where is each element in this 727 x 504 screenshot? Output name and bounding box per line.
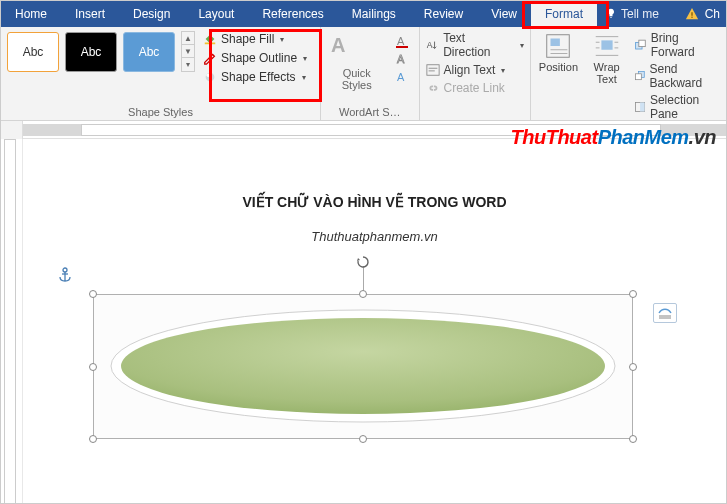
- group-shape-styles: Abc Abc Abc ▲ ▼ ▾ Shape Fill▾ Shape Outl…: [1, 27, 321, 120]
- text-fill-button[interactable]: A: [393, 33, 413, 49]
- text-effects-icon: A: [395, 70, 411, 84]
- svg-rect-15: [551, 39, 560, 47]
- tell-me-label: Tell me: [621, 7, 659, 21]
- svg-text:A: A: [397, 53, 405, 65]
- send-backward-button[interactable]: Send Backward: [634, 62, 720, 90]
- gallery-scroll-up[interactable]: ▲: [182, 32, 194, 45]
- shape-style-thumb-1[interactable]: Abc: [7, 32, 59, 72]
- shape-effects-button[interactable]: Shape Effects▾: [201, 69, 309, 85]
- position-button[interactable]: Position: [537, 31, 579, 73]
- create-link-button: Create Link: [426, 81, 525, 95]
- gallery-more[interactable]: ▾: [182, 58, 194, 71]
- document-title[interactable]: VIẾT CHỮ VÀO HÌNH VẼ TRONG WORD: [23, 194, 726, 210]
- svg-rect-7: [396, 46, 408, 48]
- text-direction-icon: A: [426, 38, 440, 52]
- resize-handle-tl[interactable]: [89, 290, 97, 298]
- bring-forward-button[interactable]: Bring Forward: [634, 31, 720, 59]
- svg-rect-1: [691, 17, 692, 18]
- svg-rect-28: [635, 74, 641, 80]
- bucket-icon: [203, 32, 217, 46]
- tab-format[interactable]: Format: [531, 1, 597, 27]
- svg-rect-26: [639, 40, 645, 46]
- selection-pane-button[interactable]: Selection Pane: [634, 93, 720, 121]
- text-fill-icon: A: [395, 34, 411, 48]
- gallery-scroll-down[interactable]: ▼: [182, 45, 194, 58]
- vertical-ruler[interactable]: [1, 139, 23, 503]
- shape-fill-button[interactable]: Shape Fill▾: [201, 31, 309, 47]
- resize-handle-tr[interactable]: [629, 290, 637, 298]
- resize-handle-mr[interactable]: [629, 363, 637, 371]
- shape-style-thumb-3[interactable]: Abc: [123, 32, 175, 72]
- resize-handle-bm[interactable]: [359, 435, 367, 443]
- tab-mailings[interactable]: Mailings: [338, 1, 410, 27]
- shape-options: Shape Fill▾ Shape Outline▾ Shape Effects…: [201, 31, 309, 85]
- shape-style-gallery[interactable]: Abc Abc Abc ▲ ▼ ▾: [7, 31, 195, 72]
- lightbulb-icon: [605, 8, 617, 20]
- link-icon: [426, 81, 440, 95]
- group-text: A Text Direction▾ Align Text▾ Create Lin…: [420, 27, 532, 120]
- svg-rect-0: [691, 12, 692, 16]
- resize-handle-bl[interactable]: [89, 435, 97, 443]
- svg-text:A: A: [426, 40, 432, 50]
- shape-style-thumb-2[interactable]: Abc: [65, 32, 117, 72]
- title-right: Ch: [685, 1, 720, 27]
- tell-me-search[interactable]: Tell me: [597, 1, 667, 27]
- svg-text:A: A: [397, 71, 405, 83]
- group-label-shape-styles: Shape Styles: [7, 104, 314, 118]
- svg-point-35: [121, 318, 605, 414]
- effects-icon: [203, 70, 217, 84]
- svg-rect-2: [205, 43, 216, 45]
- group-wordart: A Quick Styles A A A WordArt S…: [321, 27, 420, 120]
- selection-pane-icon: [634, 100, 646, 114]
- wordart-mini: A A A: [393, 31, 413, 85]
- ruler-corner: [1, 121, 23, 139]
- group-arrange: Position Wrap Text Bring Forward Send Ba…: [531, 27, 726, 120]
- anchor-icon[interactable]: [58, 267, 72, 287]
- wrap-text-button[interactable]: Wrap Text: [586, 31, 628, 85]
- tab-home[interactable]: Home: [1, 1, 61, 27]
- group-label-wordart: WordArt S…: [327, 104, 413, 118]
- shape-selection[interactable]: [93, 294, 633, 439]
- wordart-a-icon: A: [329, 33, 355, 57]
- wrap-text-icon: [592, 31, 622, 61]
- svg-point-4: [207, 74, 211, 78]
- tab-insert[interactable]: Insert: [61, 1, 119, 27]
- resize-handle-ml[interactable]: [89, 363, 97, 371]
- tab-view[interactable]: View: [477, 1, 531, 27]
- bring-forward-icon: [634, 38, 647, 52]
- warning-icon: [685, 7, 699, 21]
- text-outline-button[interactable]: A: [393, 51, 413, 67]
- svg-rect-18: [601, 40, 612, 49]
- align-text-icon: [426, 63, 440, 77]
- pen-icon: [203, 51, 217, 65]
- document-page[interactable]: VIẾT CHỮ VÀO HÌNH VẼ TRONG WORD Thuthuat…: [23, 139, 726, 503]
- shape-outline-button[interactable]: Shape Outline▾: [201, 50, 309, 66]
- svg-point-31: [63, 268, 67, 272]
- resize-handle-br[interactable]: [629, 435, 637, 443]
- gallery-scroll: ▲ ▼ ▾: [181, 31, 195, 72]
- layout-options-icon: [657, 306, 673, 320]
- text-outline-icon: A: [395, 52, 411, 66]
- document-subtitle[interactable]: Thuthuatphanmem.vn: [23, 229, 726, 244]
- layout-options-button[interactable]: [653, 303, 677, 323]
- position-icon: [543, 31, 573, 61]
- send-backward-icon: [634, 69, 646, 83]
- text-effects-button[interactable]: A: [393, 69, 413, 85]
- tab-layout[interactable]: Layout: [184, 1, 248, 27]
- ellipse-shape[interactable]: [107, 306, 619, 426]
- tab-references[interactable]: References: [248, 1, 337, 27]
- ribbon: Abc Abc Abc ▲ ▼ ▾ Shape Fill▾ Shape Outl…: [1, 27, 726, 121]
- svg-rect-11: [426, 65, 438, 76]
- svg-rect-30: [640, 102, 645, 111]
- svg-text:A: A: [331, 34, 345, 56]
- align-text-button[interactable]: Align Text▾: [426, 63, 525, 77]
- resize-handle-tm[interactable]: [359, 290, 367, 298]
- svg-text:A: A: [397, 35, 405, 47]
- ribbon-tabbar: Home Insert Design Layout References Mai…: [1, 1, 726, 27]
- tab-design[interactable]: Design: [119, 1, 184, 27]
- svg-point-3: [206, 73, 215, 82]
- quick-styles-button[interactable]: A: [327, 31, 357, 59]
- rotate-handle[interactable]: [355, 254, 371, 274]
- tab-review[interactable]: Review: [410, 1, 477, 27]
- text-direction-button[interactable]: A Text Direction▾: [426, 31, 525, 59]
